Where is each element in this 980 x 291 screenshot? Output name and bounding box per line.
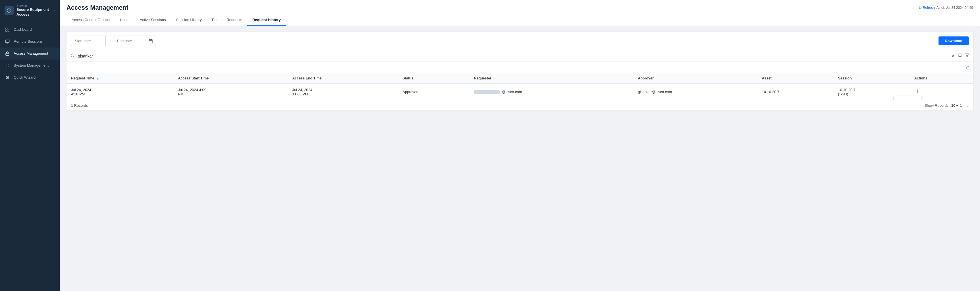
cell-requester: @cisco.com: [469, 84, 633, 100]
requester-domain: @cisco.com: [502, 90, 522, 94]
sidebar-nav: Dashboard Remote Sessions Access Managem…: [0, 21, 60, 291]
tab-users[interactable]: Users: [115, 15, 135, 26]
sidebar-item-label: Dashboard: [14, 27, 32, 32]
context-menu: View Revoke: [893, 96, 922, 100]
show-records-label: Show Records:: [924, 103, 950, 108]
main-header: Access Management ↻ Refresh As of: Jul 2…: [60, 0, 980, 26]
end-date-input[interactable]: [114, 37, 146, 45]
svg-rect-4: [8, 30, 9, 31]
svg-marker-19: [965, 54, 969, 57]
sidebar-item-label: Access Management: [14, 51, 48, 56]
data-table: Request Time ▲ Access Start Time Access …: [67, 73, 973, 100]
bookmark-icon[interactable]: [958, 53, 962, 59]
sort-icon: ▲: [96, 77, 99, 80]
status-badge: Approved: [402, 90, 418, 94]
sidebar-chevron-icon: ›: [54, 8, 55, 13]
download-button[interactable]: Download: [939, 37, 969, 45]
context-menu-view[interactable]: View: [894, 96, 921, 100]
col-header-asset[interactable]: Asset: [757, 73, 834, 84]
settings-icon[interactable]: [964, 64, 969, 70]
sidebar-item-system-management[interactable]: System Management: [0, 59, 60, 72]
settings-row: [67, 62, 973, 73]
col-header-session[interactable]: Session: [834, 73, 910, 84]
tab-session-history[interactable]: Session History: [171, 15, 207, 26]
page-title: Access Management: [67, 4, 129, 11]
svg-rect-5: [5, 40, 9, 42]
sidebar-service-info: Service Secure Equipment Access: [16, 4, 51, 17]
refresh-button[interactable]: ↻ Refresh: [919, 6, 935, 10]
sidebar-item-dashboard[interactable]: Dashboard: [0, 24, 60, 35]
as-of-text: As of: Jul 24 2024 04:59: [937, 6, 973, 10]
search-input[interactable]: [78, 54, 948, 58]
cell-status: Approved: [398, 84, 469, 100]
top-bar: → Download: [67, 32, 973, 50]
pagination-next-icon[interactable]: ›: [967, 103, 969, 108]
records-per-page-select[interactable]: 10 ▾: [951, 103, 958, 108]
col-header-access-start-time[interactable]: Access Start Time: [173, 73, 288, 84]
cell-access-end-time: Jul 24, 202411:00 PM: [288, 84, 398, 100]
tab-access-control-groups[interactable]: Access Control Groups: [67, 15, 115, 26]
sidebar-item-label: System Management: [14, 63, 49, 67]
svg-rect-6: [6, 53, 9, 55]
svg-rect-2: [8, 28, 9, 29]
service-icon: [5, 6, 14, 15]
search-icon: [70, 53, 75, 59]
svg-rect-1: [6, 28, 7, 29]
tab-active-sessions[interactable]: Active Sessions: [135, 15, 171, 26]
tab-pending-requests[interactable]: Pending Requests: [207, 15, 247, 26]
sidebar-service-label: Service: [16, 4, 51, 7]
col-header-request-time[interactable]: Request Time ▲: [67, 73, 173, 84]
sidebar-item-access-management[interactable]: Access Management: [0, 48, 60, 59]
table-container: Request Time ▲ Access Start Time Access …: [67, 73, 973, 100]
date-range: →: [71, 35, 156, 46]
filter-icon[interactable]: [965, 53, 969, 59]
main-content: Access Management ↻ Refresh As of: Jul 2…: [60, 0, 980, 291]
cell-access-start-time: Jul 24, 2024 4:09PM: [173, 84, 288, 100]
svg-point-20: [966, 66, 967, 67]
sidebar-item-quick-wizard[interactable]: Quick Wizard: [0, 72, 60, 83]
remote-sessions-icon: [5, 39, 10, 45]
pagination-nav: 1 – ›: [960, 103, 969, 108]
svg-point-7: [7, 65, 8, 66]
pagination-text: 1 –: [960, 103, 965, 108]
calendar-icon[interactable]: [146, 36, 156, 46]
dashboard-icon: [5, 27, 10, 32]
svg-rect-3: [6, 30, 7, 31]
refresh-area: ↻ Refresh As of: Jul 24 2024 04:59: [919, 6, 973, 10]
cell-asset: 10.10.20.7: [757, 84, 834, 100]
actions-button[interactable]: [914, 87, 922, 96]
col-header-access-end-time[interactable]: Access End Time: [288, 73, 398, 84]
search-bar: ✕: [67, 50, 973, 62]
start-date-input[interactable]: [72, 37, 105, 45]
access-management-icon: [5, 51, 10, 56]
cell-request-time: Jul 24, 2024 4:10 PM: [67, 84, 173, 100]
table-footer: 1 Records Show Records: 10 ▾ 1 – ›: [67, 100, 973, 110]
date-end: [114, 36, 156, 46]
sidebar: Service Secure Equipment Access › Dashbo…: [0, 0, 60, 291]
svg-rect-17: [149, 39, 152, 43]
col-header-approver[interactable]: Approver: [633, 73, 757, 84]
sidebar-service-name: Secure Equipment Access: [16, 7, 51, 17]
sidebar-item-label: Remote Sessions: [14, 39, 43, 43]
show-records: Show Records: 10 ▾ 1 – ›: [924, 103, 969, 108]
tab-request-history[interactable]: Request History: [247, 15, 286, 26]
system-management-icon: [5, 62, 10, 68]
clear-search-icon[interactable]: ✕: [951, 53, 955, 59]
quick-wizard-icon: [5, 75, 10, 80]
svg-point-15: [6, 78, 6, 78]
sidebar-service[interactable]: Service Secure Equipment Access ›: [0, 0, 60, 21]
tabs: Access Control Groups Users Active Sessi…: [67, 15, 973, 26]
date-arrow-icon: →: [105, 36, 114, 46]
refresh-label: Refresh: [923, 6, 935, 10]
sidebar-item-remote-sessions[interactable]: Remote Sessions: [0, 35, 60, 48]
requester-blur: [474, 90, 500, 94]
main-card: → Download: [67, 32, 973, 110]
content-area: → Download: [60, 26, 980, 291]
svg-point-13: [6, 76, 6, 77]
col-header-requester[interactable]: Requester: [469, 73, 633, 84]
sidebar-item-label: Quick Wizard: [14, 75, 35, 80]
cell-actions: View Revoke: [910, 84, 973, 100]
col-header-status[interactable]: Status: [398, 73, 469, 84]
col-header-actions: Actions: [910, 73, 973, 84]
table-row: Jul 24, 2024 4:10 PM Jul 24, 2024 4:09PM…: [67, 84, 973, 100]
